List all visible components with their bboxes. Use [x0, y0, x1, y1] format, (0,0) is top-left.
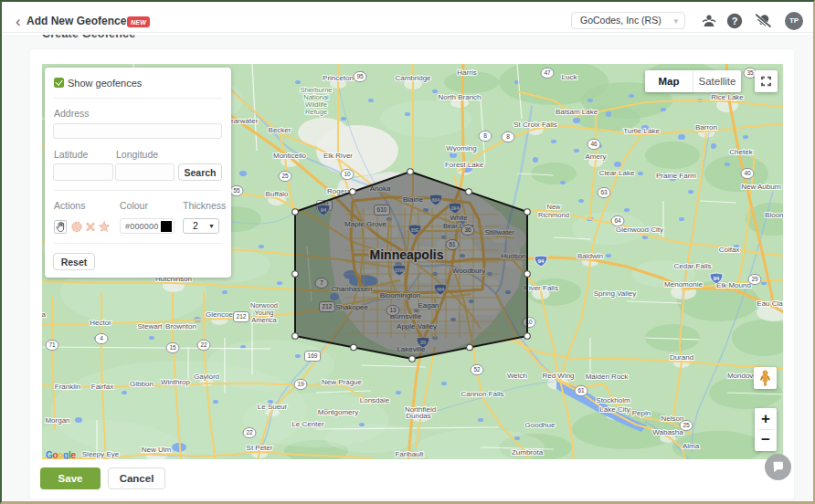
svg-text:Elk Mound: Elk Mound [716, 281, 751, 289]
notifications-off-icon[interactable] [753, 11, 773, 31]
svg-text:Franklin: Franklin [55, 383, 80, 391]
show-geofences-checkbox[interactable] [54, 78, 64, 88]
reset-button[interactable]: Reset [53, 253, 95, 270]
svg-text:Cannon Falls: Cannon Falls [460, 390, 503, 398]
account-selector[interactable]: GoCodes, Inc (RS) ▾ [571, 12, 685, 29]
colour-swatch[interactable] [161, 221, 172, 232]
colour-label: Colour [120, 200, 148, 211]
svg-text:71: 71 [48, 341, 56, 348]
svg-text:25: 25 [281, 173, 289, 179]
colour-field: #000000 [120, 218, 175, 234]
longitude-label: Longitude [116, 149, 158, 160]
svg-text:Chetek: Chetek [729, 148, 753, 156]
svg-text:Faribault: Faribault [395, 450, 424, 458]
svg-text:New: New [546, 203, 561, 211]
fullscreen-button[interactable] [755, 70, 778, 92]
svg-text:52: 52 [473, 366, 481, 373]
svg-text:Menomonie: Menomonie [664, 280, 703, 289]
svg-text:Colfax: Colfax [719, 246, 740, 254]
svg-text:Morgan: Morgan [45, 416, 69, 425]
map-type-map-button[interactable]: Map [645, 70, 693, 92]
latitude-label: Latitude [54, 149, 88, 160]
map-type-satellite-button[interactable]: Satellite [693, 70, 741, 92]
thickness-label: Thickness [183, 200, 226, 211]
zoom-control: + − [755, 408, 777, 451]
svg-text:8: 8 [506, 133, 510, 140]
svg-text:Cambridge: Cambridge [395, 74, 431, 82]
svg-text:Winthrop: Winthrop [161, 378, 191, 386]
svg-text:Amery: Amery [585, 152, 606, 161]
top-header: ‹ Add New Geofence NEW GoCodes, Inc (RS)… [2, 2, 813, 33]
search-button[interactable]: Search [178, 163, 222, 181]
svg-text:55: 55 [233, 187, 240, 194]
new-badge: NEW [127, 16, 150, 27]
geofence-control-panel: Show geofences Address Latitude Longitud… [45, 68, 231, 278]
svg-text:22: 22 [246, 429, 253, 436]
svg-text:46: 46 [590, 141, 598, 147]
svg-text:Rice Lake: Rice Lake [711, 93, 744, 101]
svg-text:Pepin: Pepin [632, 409, 651, 417]
svg-text:Gaylord: Gaylord [194, 373, 219, 381]
svg-text:Barron: Barron [695, 123, 717, 131]
draw-rectangle-tool-button[interactable] [84, 220, 97, 234]
thickness-select[interactable]: 2 ▼ [183, 218, 219, 234]
colour-value[interactable]: #000000 [125, 222, 158, 231]
latitude-input[interactable] [53, 163, 113, 181]
map-type-control: Map Satellite [645, 70, 741, 92]
longitude-input[interactable] [115, 163, 175, 181]
svg-text:Eau Claire: Eau Claire [757, 299, 783, 308]
svg-text:Baldwin: Baldwin [577, 252, 603, 260]
zoom-out-button[interactable]: − [755, 429, 777, 450]
section-title-clipped: Create Geofence [42, 35, 135, 42]
save-button[interactable]: Save [40, 467, 101, 489]
svg-text:Lake City: Lake City [599, 405, 630, 414]
svg-text:Luck: Luck [562, 73, 578, 81]
svg-text:64: 64 [614, 217, 621, 224]
chevron-down-icon: ▼ [208, 219, 215, 233]
cancel-button[interactable]: Cancel [108, 467, 165, 489]
svg-text:Montgomery: Montgomery [318, 408, 358, 416]
svg-text:Becker: Becker [269, 126, 291, 134]
svg-text:Forest Lake: Forest Lake [445, 161, 484, 169]
zoom-in-button[interactable]: + [755, 408, 777, 429]
svg-text:Princeton: Princeton [323, 74, 354, 82]
svg-text:Prairie Farm: Prairie Farm [656, 172, 696, 180]
svg-text:22: 22 [200, 341, 207, 348]
svg-text:Red Wing: Red Wing [542, 372, 574, 380]
svg-text:Monticello: Monticello [273, 152, 307, 160]
draw-circle-tool-button[interactable] [70, 220, 83, 234]
back-chevron-icon[interactable]: ‹ [16, 14, 21, 30]
chat-feedback-button[interactable] [765, 454, 791, 480]
svg-text:Gibbon: Gibbon [130, 380, 153, 388]
address-input[interactable] [53, 123, 222, 139]
google-logo: Google [46, 450, 76, 459]
page-title: Add New Geofence [26, 15, 126, 27]
svg-text:Olivia: Olivia [42, 310, 47, 319]
svg-text:?: ? [732, 16, 738, 26]
pegman-streetview-button[interactable] [754, 367, 777, 389]
svg-text:63: 63 [600, 189, 608, 195]
svg-text:North Branch: North Branch [438, 93, 481, 101]
svg-text:40: 40 [744, 170, 751, 176]
svg-text:Maiden Rock: Maiden Rock [586, 373, 630, 381]
svg-text:95: 95 [356, 73, 364, 79]
svg-text:Brownton: Brownton [165, 322, 196, 331]
svg-text:Turtle Lake: Turtle Lake [623, 127, 660, 135]
svg-text:Refuge: Refuge [305, 108, 327, 116]
user-avatar[interactable]: TP [785, 12, 803, 30]
help-icon[interactable]: ? [725, 11, 745, 31]
svg-text:Nelson: Nelson [662, 415, 684, 423]
draw-polygon-tool-button[interactable] [98, 220, 111, 234]
referral-person-icon[interactable] [699, 11, 719, 31]
svg-text:Buffalo: Buffalo [266, 190, 289, 198]
svg-text:Dundas: Dundas [406, 412, 431, 420]
svg-text:Cedar Falls: Cedar Falls [674, 262, 712, 270]
svg-text:New Auburn: New Auburn [741, 183, 781, 191]
svg-text:35: 35 [746, 69, 754, 76]
svg-text:47: 47 [544, 69, 551, 76]
pan-tool-button[interactable] [54, 220, 67, 234]
svg-text:Goodhue: Goodhue [525, 421, 556, 429]
svg-text:Harris: Harris [457, 68, 476, 77]
map-canvas[interactable]: PrincetonCambridgeHarrisLuckNorth Branch… [42, 64, 783, 459]
svg-text:Wyoming: Wyoming [446, 144, 476, 152]
